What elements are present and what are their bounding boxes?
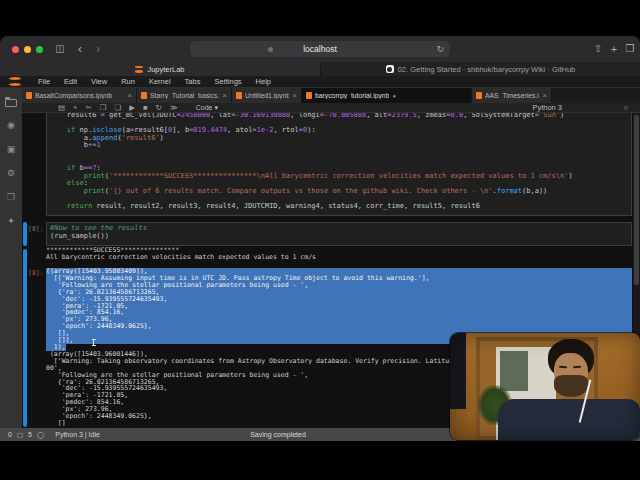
stop-kernel-icon[interactable]: ■ <box>143 103 148 113</box>
notebook-icon <box>476 92 482 99</box>
jupyter-favicon <box>135 65 143 73</box>
browser-tab-github-wiki[interactable]: 02. Getting Started · shbhuk/barycorrpy … <box>320 62 640 76</box>
open-tabs-icon[interactable]: ❐ <box>0 192 22 202</box>
menu-edit[interactable]: Edit <box>57 77 84 86</box>
cut-cell-icon[interactable]: ✂ <box>85 103 91 113</box>
zoom-window-button[interactable] <box>36 46 43 53</box>
doc-tab-label: Starry_Tutorial_basics.ipyn <box>150 92 219 99</box>
code-cell-run-sample-def[interactable]: result6 = get_BC_vel(JDUTC=2458000, lat=… <box>46 113 632 216</box>
kernel-count: 5 <box>28 431 32 438</box>
menu-run[interactable]: Run <box>114 77 142 86</box>
minimize-window-button[interactable] <box>24 46 31 53</box>
browser-toolbar: ◫ ‹ › localhost ↻ ⇧ + ❐ <box>0 36 640 62</box>
terminal-icon: ▢ <box>17 431 23 439</box>
cell-type-value: Code <box>196 104 213 111</box>
menu-view[interactable]: View <box>84 77 114 86</box>
forward-icon[interactable]: › <box>90 36 106 62</box>
kernel-status-icon[interactable]: ○ <box>623 103 628 113</box>
back-icon[interactable]: ‹ <box>72 36 88 62</box>
notebook-icon <box>236 92 242 99</box>
terminal-count: 0 <box>8 431 12 438</box>
privacy-shield-icon[interactable] <box>268 47 273 52</box>
webcam-vignette <box>450 333 640 440</box>
save-icon[interactable]: ▤ <box>58 103 65 113</box>
menu-tabs[interactable]: Tabs <box>178 77 208 86</box>
restart-run-all-icon[interactable]: ≫ <box>170 103 178 113</box>
doc-tab-aas-timeseries[interactable]: AAS_Timeseries.ipynb × <box>472 88 552 103</box>
add-cell-icon[interactable]: + <box>73 103 77 113</box>
kernel-name[interactable]: Python 3 <box>532 103 562 113</box>
notebook-icon <box>306 92 312 99</box>
running-sessions-icon[interactable]: ◉ <box>0 120 22 130</box>
input-prompt: [8]: <box>28 225 44 233</box>
notebook-toolbar: ▤ + ✂ ❐ ❏ ▶ ■ ↻ ≫ Code ▾ Python 3 ○ <box>22 103 640 113</box>
notebook-icon <box>26 92 32 99</box>
file-browser-icon[interactable] <box>5 99 17 107</box>
settings-gear-icon[interactable]: ⚙ <box>0 168 22 178</box>
jupyter-logo-icon <box>8 77 22 86</box>
address-url[interactable]: localhost <box>190 41 450 57</box>
code-cell-source[interactable]: #Now to see the results(run_sample()) <box>50 225 147 240</box>
doc-tab-label: barycorrpy_tutorial.ipynb <box>315 92 389 99</box>
kernel-circle-icon: ◯ <box>37 431 44 439</box>
code-cell-source[interactable]: result6 = get_BC_vel(JDUTC=2458000, lat=… <box>50 113 573 211</box>
doc-tab-starry-tutorial[interactable]: Starry_Tutorial_basics.ipyn × <box>137 88 232 103</box>
new-tab-icon[interactable]: + <box>606 36 622 62</box>
copy-cell-icon[interactable]: ❐ <box>100 103 107 113</box>
scrollbar-thumb[interactable] <box>634 115 639 285</box>
doc-tab-untitled1[interactable]: Untitled1.ipynb × <box>232 88 302 103</box>
browser-tab-jupyterlab[interactable]: JupyterLab <box>0 62 320 76</box>
selected-cell-bar <box>23 249 27 427</box>
browser-tab-bar: JupyterLab 02. Getting Started · shbhuk/… <box>0 62 640 76</box>
browser-tab-label: 02. Getting Started · shbhuk/barycorrpy … <box>398 65 576 74</box>
reload-icon[interactable]: ↻ <box>436 41 444 57</box>
jupyterlab-activity-bar: ◉ ▣ ⚙ ❐ ✦ <box>0 88 22 428</box>
chevron-down-icon: ▾ <box>214 104 218 111</box>
status-message: Saving completed <box>233 428 323 441</box>
unsaved-dot-icon[interactable]: ● <box>392 93 396 99</box>
sidebar-toggle-icon[interactable]: ◫ <box>52 36 68 62</box>
address-bar[interactable]: localhost ↻ <box>190 41 450 57</box>
property-inspector-icon[interactable]: ▣ <box>0 144 22 154</box>
jupyterlab-menubar: File Edit View Run Kernel Tabs Settings … <box>0 76 640 88</box>
close-icon[interactable]: × <box>292 91 297 100</box>
doc-tab-label: BasaltComparisons.ipynb <box>35 92 124 99</box>
document-tab-bar: BasaltComparisons.ipynb × Starry_Tutoria… <box>22 88 640 103</box>
stream-output: ************SUCCESS***************All ba… <box>46 247 316 261</box>
extension-manager-icon[interactable]: ✦ <box>0 216 22 226</box>
menu-kernel[interactable]: Kernel <box>142 77 178 86</box>
notebook-icon <box>141 92 147 99</box>
doc-tab-label: AAS_Timeseries.ipynb <box>485 92 539 99</box>
screenshot-stage: ◫ ‹ › localhost ↻ ⇧ + ❐ JupyterLab 02. G… <box>0 0 640 480</box>
text-cursor <box>93 339 94 346</box>
close-icon[interactable]: × <box>222 91 227 100</box>
close-icon[interactable]: × <box>127 91 132 100</box>
menu-settings[interactable]: Settings <box>207 77 248 86</box>
menu-help[interactable]: Help <box>249 77 278 86</box>
cell-type-dropdown[interactable]: Code ▾ <box>196 104 218 112</box>
selected-cell-bar <box>23 222 27 246</box>
doc-tab-basaltcomparisons[interactable]: BasaltComparisons.ipynb × <box>22 88 137 103</box>
paste-cell-icon[interactable]: ❏ <box>115 103 122 113</box>
restart-kernel-icon[interactable]: ↻ <box>156 103 162 113</box>
webcam-overlay <box>450 333 640 440</box>
doc-tab-label: Untitled1.ipynb <box>245 92 289 99</box>
output-prompt: [8]: <box>28 269 44 277</box>
doc-tab-barycorrpy-tutorial[interactable]: barycorrpy_tutorial.ipynb ● <box>302 88 472 103</box>
share-icon[interactable]: ⇧ <box>590 36 606 62</box>
close-icon[interactable]: × <box>542 91 547 100</box>
close-window-button[interactable] <box>12 46 19 53</box>
kernel-status-text[interactable]: Python 3 | Idle <box>55 431 100 438</box>
code-cell-run-sample-call[interactable]: #Now to see the results(run_sample()) <box>46 222 632 246</box>
github-favicon <box>386 65 394 73</box>
menu-file[interactable]: File <box>31 77 57 86</box>
run-cell-icon[interactable]: ▶ <box>129 103 135 113</box>
tab-overview-icon[interactable]: ❐ <box>622 36 638 62</box>
browser-tab-label: JupyterLab <box>147 65 184 74</box>
